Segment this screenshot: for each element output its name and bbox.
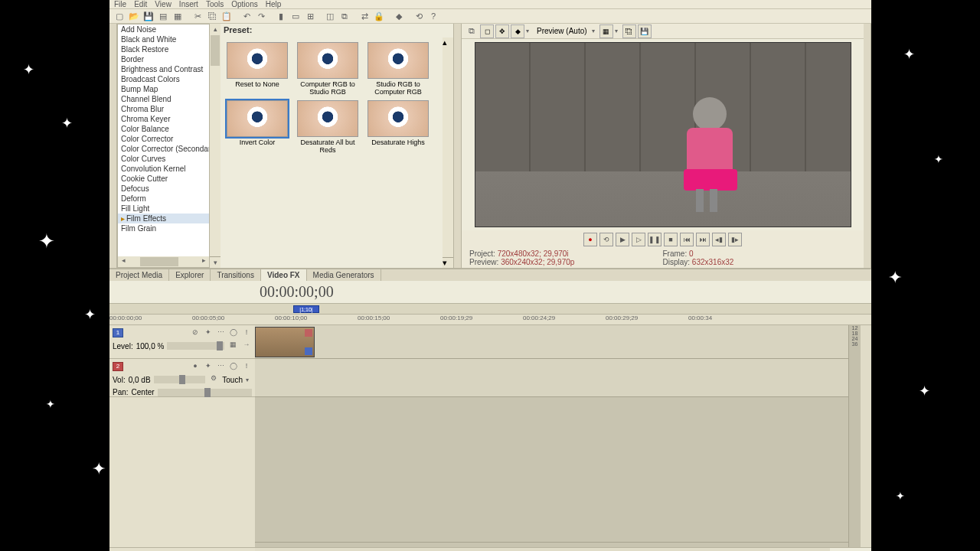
fx-item[interactable]: Cookie Cutter: [118, 174, 209, 184]
video-track-header[interactable]: 1 ⊘ ✦ ⋯ ◯ ! Level: 100,0 % ▦ →: [109, 325, 255, 359]
tab-media-generators[interactable]: Media Generators: [307, 269, 381, 281]
fx-item[interactable]: Black and White: [118, 34, 209, 44]
audio-track-header[interactable]: 2 ● ✦ ⋯ ◯ ! Vol: 0,0 dB ⚙ Touch▾: [109, 359, 255, 397]
region-icon[interactable]: ▭: [289, 9, 302, 23]
undo-icon[interactable]: ↶: [240, 9, 253, 23]
fx-list-hscroll[interactable]: ◂▸: [118, 256, 209, 267]
play-button[interactable]: ▷: [632, 233, 645, 246]
net-icon[interactable]: ⟲: [412, 9, 426, 23]
group2-icon[interactable]: ⧉: [338, 9, 351, 23]
loop-marker[interactable]: |1;10|: [293, 305, 319, 313]
mute-button[interactable]: ◯: [228, 362, 239, 373]
preset-card[interactable]: Invert Color: [224, 100, 291, 154]
clip-fx-icon[interactable]: [305, 329, 312, 337]
timeline-hscroll[interactable]: [255, 548, 830, 551]
fx-item[interactable]: Bump Map: [118, 84, 209, 94]
fx-item[interactable]: Color Curves: [118, 154, 209, 164]
fx-item[interactable]: Convolution Kernel: [118, 164, 209, 174]
comp-mode-icon[interactable]: ▦: [227, 341, 238, 351]
fx-item[interactable]: Chroma Keyer: [118, 114, 209, 124]
marker-icon[interactable]: ▮: [274, 9, 288, 23]
pan-slider[interactable]: [158, 389, 252, 396]
menu-file[interactable]: File: [114, 0, 126, 8]
paste-icon[interactable]: 📋: [220, 9, 234, 23]
menu-insert[interactable]: Insert: [179, 0, 198, 8]
group1-icon[interactable]: ◫: [323, 9, 337, 23]
mute-button[interactable]: ◯: [228, 328, 239, 339]
obj-icon[interactable]: ◆: [392, 9, 406, 23]
preset-vscroll[interactable]: ▴▾: [443, 37, 453, 268]
fx-item[interactable]: Defocus: [118, 184, 209, 194]
stop-button[interactable]: ■: [664, 233, 678, 246]
automation-icon[interactable]: ⋯: [215, 362, 226, 373]
menu-options[interactable]: Options: [231, 0, 257, 8]
open-icon[interactable]: 📂: [127, 9, 141, 23]
level-slider[interactable]: [167, 342, 224, 350]
pv-grid-icon[interactable]: ▦: [599, 24, 613, 38]
fx-item[interactable]: Brightness and Contrast: [118, 64, 209, 74]
tab-video-fx[interactable]: Video FX: [261, 269, 307, 281]
preset-card[interactable]: Reset to None: [224, 42, 291, 96]
menu-tools[interactable]: Tools: [206, 0, 224, 8]
fx-item[interactable]: Black Restore: [118, 44, 209, 54]
gear-icon[interactable]: ⚙: [208, 374, 219, 385]
pv-square-icon[interactable]: ◻: [480, 24, 494, 38]
dock-bar-left[interactable]: [109, 24, 117, 268]
bypass-fx-icon[interactable]: ⊘: [190, 328, 201, 339]
copy-icon[interactable]: ⿻: [205, 9, 219, 23]
help-icon[interactable]: ?: [426, 9, 440, 23]
solo-button[interactable]: !: [241, 362, 252, 373]
menubar[interactable]: FileEditViewInsertToolsOptionsHelp: [109, 0, 871, 9]
lock-icon[interactable]: 🔒: [372, 9, 386, 23]
cut-icon[interactable]: ✂: [191, 9, 204, 23]
pv-ext-icon[interactable]: ⧉: [465, 24, 479, 38]
next-frame-button[interactable]: ▮▸: [728, 233, 742, 246]
new-icon[interactable]: ▢: [113, 9, 126, 23]
tab-project-media[interactable]: Project Media: [109, 269, 169, 281]
fx-item[interactable]: Film Grain: [118, 223, 209, 233]
audio-fx-icon[interactable]: ✦: [203, 362, 214, 373]
track-area[interactable]: [255, 325, 848, 547]
fx-item[interactable]: Deform: [118, 194, 209, 204]
menu-edit[interactable]: Edit: [134, 0, 147, 8]
pv-move-icon[interactable]: ✥: [495, 24, 509, 38]
go-end-button[interactable]: ⏭: [696, 233, 710, 246]
prev-frame-button[interactable]: ◂▮: [712, 233, 726, 246]
fx-item[interactable]: Add Noise: [118, 24, 209, 34]
tab-explorer[interactable]: Explorer: [169, 269, 211, 281]
preset-card[interactable]: Studio RGB to Computer RGB: [364, 42, 432, 96]
dock-bar-right[interactable]: [864, 24, 871, 268]
fx-item[interactable]: Color Balance: [118, 124, 209, 134]
record-button[interactable]: ●: [583, 233, 597, 246]
pv-save-icon[interactable]: 💾: [638, 24, 652, 38]
preset-card[interactable]: Desaturate All but Reds: [294, 100, 361, 154]
solo-button[interactable]: !: [241, 328, 252, 339]
menu-help[interactable]: Help: [266, 0, 282, 8]
fx-item[interactable]: Fill Light: [118, 204, 209, 214]
render-icon[interactable]: ▦: [171, 9, 185, 23]
menu-view[interactable]: View: [155, 0, 172, 8]
arm-record-icon[interactable]: ●: [190, 362, 201, 373]
fx-item[interactable]: Border: [118, 54, 209, 64]
fx-item[interactable]: Color Corrector: [118, 134, 209, 144]
loop-region-bar[interactable]: |1;10|: [109, 304, 871, 315]
go-start-button[interactable]: ⏮: [680, 233, 694, 246]
props-icon[interactable]: ▤: [156, 9, 170, 23]
dock-bar-mid[interactable]: [454, 24, 462, 268]
redo-icon[interactable]: ↷: [254, 9, 268, 23]
pv-copy-icon[interactable]: ⿻: [622, 24, 636, 38]
clip-pan-icon[interactable]: [305, 347, 312, 355]
snap-icon[interactable]: ⊞: [303, 9, 317, 23]
timeline-vscroll[interactable]: [861, 325, 871, 547]
fx-item[interactable]: Broadcast Colors: [118, 74, 209, 84]
preset-card[interactable]: Desaturate Highs: [364, 100, 432, 154]
fx-item[interactable]: Color Corrector (Secondar: [118, 144, 209, 154]
tab-transitions[interactable]: Transitions: [211, 269, 261, 281]
preview-mode-label[interactable]: Preview (Auto): [534, 27, 590, 35]
play-start-button[interactable]: ▶: [616, 233, 629, 246]
track-fx-icon[interactable]: ✦: [203, 328, 214, 339]
loop-button[interactable]: ⟲: [599, 233, 613, 246]
ripple-icon[interactable]: ⇄: [358, 9, 371, 23]
touch-label[interactable]: Touch: [222, 376, 243, 384]
vol-slider[interactable]: [154, 376, 206, 383]
